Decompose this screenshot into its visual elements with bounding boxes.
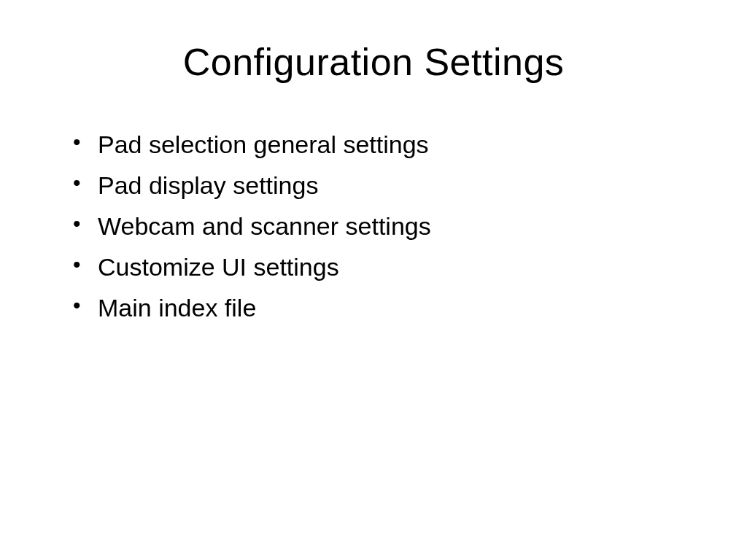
list-item: Customize UI settings bbox=[73, 246, 696, 287]
slide-title: Configuration Settings bbox=[51, 40, 696, 84]
slide-container: Configuration Settings Pad selection gen… bbox=[0, 0, 747, 560]
list-item: Webcam and scanner settings bbox=[73, 206, 696, 246]
bullet-list: Pad selection general settings Pad displ… bbox=[51, 124, 696, 328]
list-item: Main index file bbox=[73, 287, 696, 328]
list-item: Pad selection general settings bbox=[73, 124, 696, 165]
list-item: Pad display settings bbox=[73, 165, 696, 206]
